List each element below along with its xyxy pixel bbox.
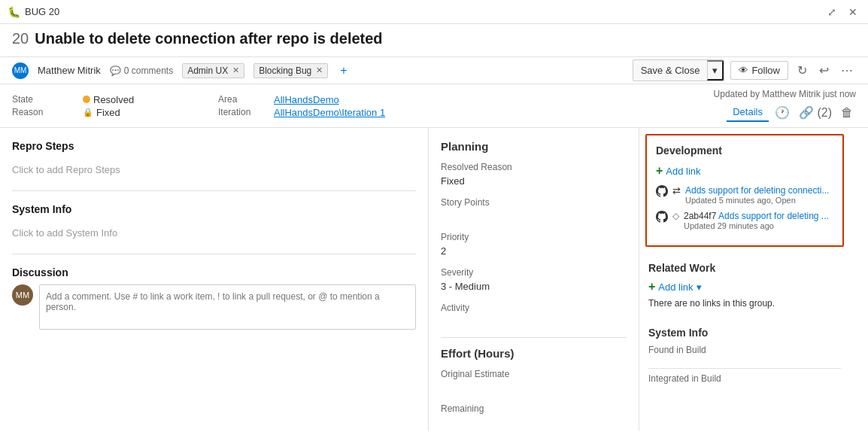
main-content: Repro Steps Click to add Repro Steps Sys…	[0, 128, 868, 430]
area-label: Area	[218, 94, 271, 105]
delete-tab[interactable]: 🗑	[838, 103, 856, 123]
original-estimate-label: Original Estimate	[441, 369, 627, 379]
left-column: Repro Steps Click to add Repro Steps Sys…	[0, 128, 429, 430]
history-tab[interactable]: 🕐	[772, 102, 793, 123]
meta-area-iteration: Area AllHandsDemo Iteration AllHandsDemo…	[218, 94, 424, 118]
severity-label: Severity	[441, 267, 627, 278]
wi-number: 20	[12, 30, 29, 47]
story-points-field: Story Points	[441, 197, 627, 223]
discussion-input[interactable]	[39, 284, 416, 330]
tabs-row: Details 🕐 🔗 (2) 🗑	[727, 102, 856, 123]
undo-button[interactable]: ↩	[816, 60, 832, 81]
found-in-build-value[interactable]	[648, 357, 841, 369]
save-close-button[interactable]: Save & Close	[633, 62, 708, 79]
integrated-in-build-value[interactable]	[648, 385, 841, 397]
sys-info-section: System Info Found in Build Integrated in…	[639, 318, 850, 411]
dev-item-1-sub: Updated 29 minutes ago	[684, 221, 829, 230]
disc-avatar-initials: MM	[16, 291, 29, 300]
story-points-value[interactable]	[441, 209, 627, 223]
dev-item-1-text[interactable]: 2ab44f7 Adds support for deleting ...	[684, 211, 829, 221]
dev-add-link-plus-icon: +	[656, 164, 663, 178]
development-title: Development	[656, 145, 833, 157]
repro-steps-placeholder[interactable]: Click to add Repro Steps	[12, 158, 416, 181]
expand-button[interactable]: ⤢	[824, 5, 839, 20]
repro-steps-title: Repro Steps	[12, 140, 416, 152]
details-tab[interactable]: Details	[727, 103, 769, 122]
meta-row: State Resolved Reason 🔒 Fixed Area AllHa…	[0, 84, 868, 128]
dev-item-0-content: Adds support for deleting connecti... Up…	[685, 185, 829, 205]
tag-blocking-bug[interactable]: Blocking Bug ✕	[253, 63, 328, 78]
severity-field: Severity 3 - Medium	[441, 267, 627, 294]
found-in-build-label: Found in Build	[648, 345, 841, 355]
remaining-label: Remaining	[441, 403, 627, 414]
dev-item-0-pr-icon: ⇄	[672, 185, 681, 196]
found-in-build-field: Found in Build	[648, 345, 841, 369]
dev-item-1-content: 2ab44f7 Adds support for deleting ... Up…	[684, 211, 829, 230]
reason-label: Reason	[12, 107, 80, 118]
original-estimate-value[interactable]	[441, 381, 627, 394]
more-button[interactable]: ⋯	[838, 60, 856, 81]
state-dot	[83, 96, 90, 103]
right-column: Development + Add link ⇄ Adds support fo…	[639, 128, 850, 430]
dev-item-1-id: 2ab44f7	[684, 211, 716, 221]
related-add-link-button[interactable]: + Add link ▾	[648, 280, 702, 294]
repro-steps-section: Repro Steps Click to add Repro Steps	[12, 140, 416, 181]
save-close-group: Save & Close ▾	[633, 59, 725, 81]
system-info-placeholder[interactable]: Click to add System Info	[12, 221, 416, 245]
close-button[interactable]: ✕	[845, 5, 860, 20]
refresh-button[interactable]: ↻	[794, 60, 810, 81]
dev-item-0-github-icon	[656, 185, 668, 199]
state-value-row: Resolved	[83, 94, 188, 105]
activity-value[interactable]	[441, 315, 627, 328]
system-info-title: System Info	[12, 203, 416, 215]
dev-item-0-sub: Updated 5 minutes ago, Open	[685, 196, 829, 205]
integrated-in-build-field: Integrated in Build	[648, 373, 841, 397]
divider-1	[12, 190, 416, 191]
priority-field: Priority 2	[441, 232, 627, 258]
bug-icon: 🐛	[8, 6, 20, 18]
reason-value-row: 🔒 Fixed	[83, 107, 188, 118]
divider-2	[12, 254, 416, 254]
activity-field: Activity	[441, 303, 627, 328]
tag-admin-ux[interactable]: Admin UX ✕	[182, 63, 244, 78]
priority-value[interactable]: 2	[441, 244, 627, 258]
discussion-avatar: MM	[12, 284, 33, 306]
wi-header: 20 Unable to delete connection after rep…	[0, 24, 868, 57]
area-value[interactable]: AllHandsDemo	[274, 94, 424, 105]
reason-value: Fixed	[96, 107, 120, 118]
iteration-label: Iteration	[218, 107, 271, 118]
avatar: MM	[12, 62, 29, 79]
activity-label: Activity	[441, 303, 627, 313]
dev-add-link-button[interactable]: + Add link	[656, 164, 701, 178]
links-tab[interactable]: 🔗 (2)	[796, 102, 835, 123]
divider-planning	[441, 337, 627, 338]
original-estimate-field: Original Estimate	[441, 369, 627, 394]
remaining-value[interactable]	[441, 415, 627, 429]
tag-blocking-bug-remove[interactable]: ✕	[316, 65, 323, 75]
dev-item-0-text[interactable]: Adds support for deleting connecti...	[685, 185, 829, 196]
related-work-title: Related Work	[648, 262, 841, 274]
no-links-text: There are no links in this group.	[648, 298, 841, 309]
related-add-link-arrow: ▾	[697, 281, 702, 293]
follow-button[interactable]: 👁 Follow	[730, 61, 788, 80]
state-label: State	[12, 94, 80, 105]
dev-item-1-commit-icon: ◇	[672, 211, 679, 221]
iteration-value[interactable]: AllHandsDemo\Iteration 1	[274, 107, 424, 118]
title-bar-left: 🐛 BUG 20	[8, 6, 824, 18]
tag-admin-ux-remove[interactable]: ✕	[232, 65, 239, 75]
add-tag-button[interactable]: +	[337, 64, 350, 78]
links-icon: 🔗	[799, 106, 814, 119]
updated-text: Updated by Matthew Mitrik just now	[714, 89, 856, 99]
system-info-section: System Info Click to add System Info	[12, 203, 416, 245]
development-section: Development + Add link ⇄ Adds support fo…	[645, 134, 844, 247]
lock-icon: 🔒	[83, 108, 93, 117]
resolved-reason-label: Resolved Reason	[441, 162, 627, 172]
sys-info-title: System Info	[648, 327, 841, 339]
save-close-dropdown[interactable]: ▾	[707, 60, 724, 81]
comments-button[interactable]: 💬 0 comments	[110, 65, 173, 76]
severity-value[interactable]: 3 - Medium	[441, 279, 627, 294]
effort-title: Effort (Hours)	[441, 347, 627, 360]
resolved-reason-value[interactable]: Fixed	[441, 174, 627, 188]
related-work-section: Related Work + Add link ▾ There are no l…	[639, 253, 850, 318]
planning-title: Planning	[441, 140, 627, 153]
